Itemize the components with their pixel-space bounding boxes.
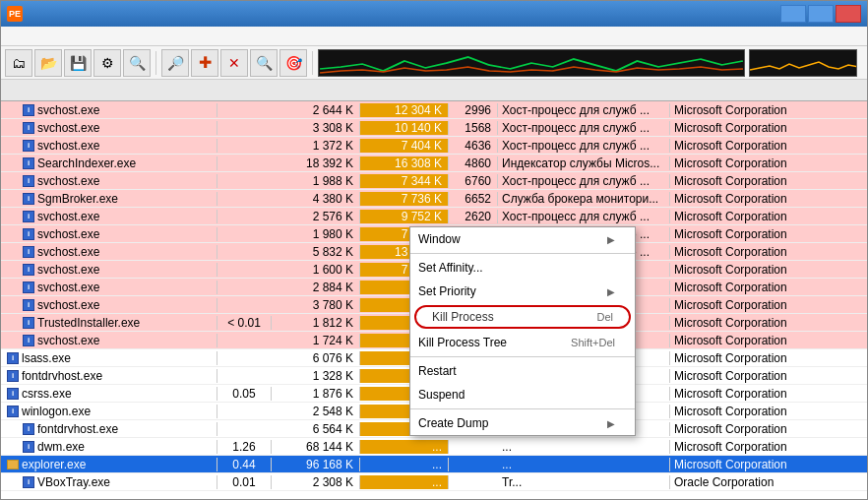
ctx-menu-item[interactable]: Window▶ — [410, 227, 635, 251]
proc-company: Microsoft Corporation — [670, 334, 867, 347]
table-row[interactable]: i SearchIndexer.exe 18 392 K 16 308 K 48… — [1, 155, 867, 172]
ctx-item-label: Kill Process Tree — [418, 336, 507, 349]
ctx-menu-item[interactable]: Suspend — [410, 383, 635, 406]
proc-private: 3 308 K — [272, 121, 360, 135]
ctx-kill-label: Kill Process — [432, 310, 494, 324]
proc-name: i dwm.exe — [1, 440, 217, 454]
title-bar: PE — [1, 1, 867, 27]
table-row[interactable]: i dwm.exe 1.26 68 144 K ... ... Microsof… — [1, 438, 867, 456]
ctx-menu-item[interactable]: Kill Process TreeShift+Del — [410, 331, 635, 354]
toolbar-new-btn[interactable]: 🗂 — [5, 49, 32, 77]
toolbar-separator-1 — [155, 51, 156, 75]
close-button[interactable] — [836, 5, 861, 23]
ctx-item-label: Suspend — [418, 388, 465, 402]
proc-pid: 2996 — [449, 103, 498, 117]
proc-name: i svchost.exe — [1, 174, 217, 188]
ctx-item-label: Create Dump — [418, 416, 488, 430]
proc-name: i svchost.exe — [1, 334, 217, 347]
menu-find[interactable] — [68, 35, 84, 37]
toolbar-crosshair-btn[interactable]: ✚ — [191, 49, 218, 77]
proc-name: i svchost.exe — [1, 281, 217, 294]
menu-help[interactable] — [99, 35, 115, 37]
proc-cpu: 0.01 — [217, 475, 272, 489]
menu-options[interactable] — [21, 35, 36, 37]
mem-chart-svg — [750, 50, 857, 76]
ctx-item-label: Set Affinity... — [418, 261, 483, 275]
proc-desc: Хост-процесс для служб ... — [498, 174, 670, 188]
proc-workset: ... — [360, 458, 449, 471]
main-window: PE 🗂 📂 💾 ⚙ 🔍 🔎 ✚ ✕ 🔍 🎯 — [0, 0, 868, 500]
ctx-item-label: Restart — [418, 364, 457, 378]
toolbar-terminate-btn[interactable]: ✕ — [220, 49, 248, 77]
menu-file[interactable] — [5, 35, 21, 37]
proc-desc: Служба брокера монитори... — [498, 192, 670, 206]
ctx-menu-item[interactable]: Restart — [410, 359, 635, 383]
table-row[interactable]: i svchost.exe 2 576 K 9 752 K 2620 Хост-… — [1, 208, 867, 225]
toolbar-open-btn[interactable]: 📂 — [34, 49, 62, 77]
proc-private: 5 832 K — [272, 245, 360, 259]
menu-users[interactable] — [84, 35, 99, 37]
proc-private: 2 576 K — [272, 210, 360, 223]
toolbar-filter-btn[interactable]: 🔍 — [123, 49, 151, 77]
mem-chart — [749, 49, 857, 77]
proc-name: i lsass.exe — [1, 351, 217, 365]
proc-name: i svchost.exe — [1, 298, 217, 312]
proc-cpu: 1.26 — [217, 440, 272, 454]
menu-process[interactable] — [52, 35, 68, 37]
proc-company: Microsoft Corporation — [670, 405, 867, 418]
ctx-menu-item[interactable]: Create Dump▶ — [410, 411, 635, 435]
proc-name: i VBoxTray.exe — [1, 475, 217, 489]
proc-company: Microsoft Corporation — [670, 422, 867, 436]
proc-private: 1 988 K — [272, 174, 360, 188]
cpu-chart — [318, 49, 745, 77]
proc-workset: ... — [360, 475, 449, 489]
submenu-arrow: ▶ — [607, 234, 615, 245]
proc-private: 18 392 K — [272, 156, 360, 170]
menu-view[interactable] — [36, 35, 52, 37]
proc-company: Microsoft Corporation — [670, 121, 867, 135]
proc-company: Microsoft Corporation — [670, 298, 867, 312]
toolbar-save-btn[interactable]: 💾 — [64, 49, 92, 77]
context-menu-separator — [410, 408, 635, 409]
toolbar-search-btn[interactable]: 🔎 — [161, 49, 189, 77]
table-row[interactable]: i svchost.exe 2 644 K 12 304 K 2996 Хост… — [1, 101, 867, 119]
table-row[interactable]: i SgmBroker.exe 4 380 K 7 736 K 6652 Слу… — [1, 190, 867, 208]
proc-company: Microsoft Corporation — [670, 369, 867, 383]
table-row[interactable]: i svchost.exe 1 372 K 7 404 K 4636 Хост-… — [1, 137, 867, 155]
proc-private: 1 724 K — [272, 334, 360, 347]
proc-private: 1 812 K — [272, 316, 360, 330]
proc-company: Microsoft Corporation — [670, 139, 867, 153]
proc-private: 2 308 K — [272, 475, 360, 489]
maximize-button[interactable] — [808, 5, 834, 23]
proc-pid: 4636 — [449, 139, 498, 153]
ctx-menu-item[interactable]: Set Affinity... — [410, 256, 635, 280]
table-row[interactable]: i svchost.exe 1 988 K 7 344 K 6760 Хост-… — [1, 172, 867, 190]
proc-name: i svchost.exe — [1, 103, 217, 117]
proc-private: 1 980 K — [272, 227, 360, 241]
table-row[interactable]: explorer.exe 0.44 96 168 K ... ... Micro… — [1, 456, 867, 473]
table-row[interactable]: i VBoxTray.exe 0.01 2 308 K ... Tr... Or… — [1, 473, 867, 491]
cpu-chart-svg — [320, 49, 743, 75]
toolbar-target-btn[interactable]: 🎯 — [279, 49, 307, 77]
proc-desc: Хост-процесс для служб ... — [498, 139, 670, 153]
proc-name: explorer.exe — [1, 458, 217, 471]
proc-pid: 2620 — [449, 210, 498, 223]
proc-company: Microsoft Corporation — [670, 440, 867, 454]
ctx-menu-item[interactable]: Set Priority▶ — [410, 280, 635, 303]
proc-name: i svchost.exe — [1, 245, 217, 259]
proc-name: i svchost.exe — [1, 263, 217, 277]
proc-desc: Индексатор службы Micros... — [498, 156, 670, 170]
proc-name: i winlogon.exe — [1, 405, 217, 418]
toolbar-settings-btn[interactable]: ⚙ — [93, 49, 121, 77]
minimize-button[interactable] — [780, 5, 806, 23]
table-row[interactable]: i svchost.exe 3 308 K 10 140 K 1568 Хост… — [1, 119, 867, 137]
proc-desc: ... — [498, 458, 670, 471]
proc-private: 1 876 K — [272, 387, 360, 401]
menu-bar — [1, 27, 867, 46]
proc-name: i SearchIndexer.exe — [1, 156, 217, 170]
proc-private: 2 884 K — [272, 281, 360, 294]
toolbar-find-btn[interactable]: 🔍 — [250, 49, 278, 77]
proc-cpu: 0.44 — [217, 458, 272, 471]
ctx-kill-process[interactable]: Kill ProcessDel — [414, 305, 631, 329]
proc-cpu: 0.05 — [217, 387, 272, 401]
